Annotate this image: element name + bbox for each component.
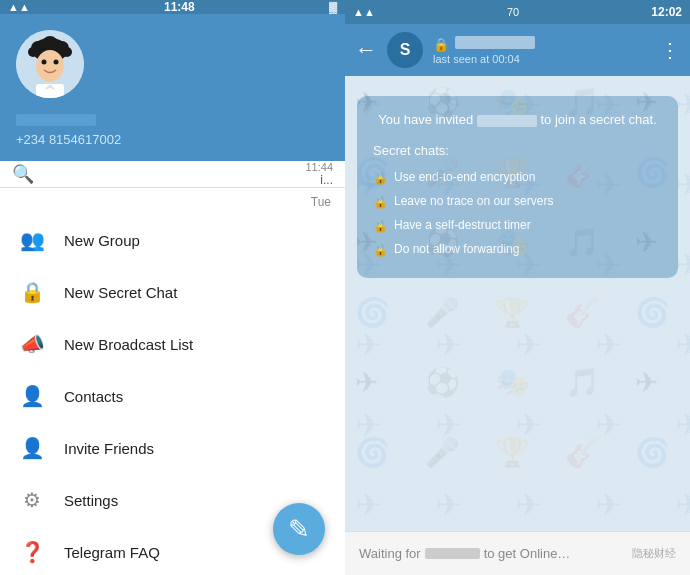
feature-lock-icon-3: 🔒	[373, 217, 388, 236]
waiting-bar: Waiting for to get Online… 隐秘财经	[345, 531, 690, 575]
status-bar-right: ▲▲ 70 12:02	[345, 0, 690, 24]
search-icon: 🔍	[12, 163, 34, 185]
invite-icon: 👤	[20, 436, 44, 460]
waiting-contact-name-blur	[425, 548, 480, 559]
chat-header-avatar: S	[387, 32, 423, 68]
broadcast-icon: 📣	[20, 332, 44, 356]
feature-lock-icon-2: 🔒	[373, 193, 388, 212]
chat-body[interactable]: ✈⚽🎭🎵✈ 🌀🎤🏆🎸🌀 ✈⚽🎭🎵✈ 🌀🎤🏆🎸🌀 ✈⚽🎭🎵✈ 🌀🎤🏆🎸🌀 You …	[345, 76, 690, 531]
menu-label-new-group: New Group	[64, 232, 140, 249]
avatar	[16, 30, 84, 98]
svg-point-8	[42, 60, 47, 65]
feature-label-3: Have a self-destruct timer	[394, 216, 531, 235]
faq-icon: ❓	[20, 540, 44, 564]
left-battery: ▓	[329, 1, 337, 13]
header-lock-icon: 🔒	[433, 37, 449, 52]
menu-label-invite-friends: Invite Friends	[64, 440, 154, 457]
invite-text-part2: to join a secret chat.	[540, 112, 656, 127]
menu-label-contacts: Contacts	[64, 388, 123, 405]
right-panel: ▲▲ 70 12:02 ← S 🔒 last seen at 00:04 ⋮ ✈…	[345, 0, 690, 575]
settings-icon: ⚙	[20, 488, 44, 512]
menu-label-new-broadcast: New Broadcast List	[64, 336, 193, 353]
left-signal: ▲▲	[8, 1, 30, 13]
svg-point-9	[54, 60, 59, 65]
profile-header: +234 8154617002	[0, 14, 345, 161]
menu-item-contacts[interactable]: 👤 Contacts	[0, 370, 345, 422]
invite-text-part1: You have invited	[378, 112, 473, 127]
menu-item-invite-friends[interactable]: 👤 Invite Friends	[0, 422, 345, 474]
group-icon: 👥	[20, 228, 44, 252]
feature-label-1: Use end-to-end encryption	[394, 168, 535, 187]
search-row[interactable]: 🔍 11:44 i...	[0, 161, 345, 188]
header-menu-button[interactable]: ⋮	[660, 38, 680, 62]
left-time: 11:48	[164, 0, 195, 14]
chat-header: ← S 🔒 last seen at 00:04 ⋮	[345, 24, 690, 76]
chat-time: 11:44	[305, 161, 333, 173]
waiting-text-2: to get Online…	[484, 546, 571, 561]
right-time: 12:02	[651, 5, 682, 19]
feature-lock-icon-1: 🔒	[373, 169, 388, 188]
invited-contact-name-blur	[477, 115, 537, 127]
chat-date-area: Tue	[0, 188, 345, 214]
chat-header-info: 🔒 last seen at 00:04	[433, 36, 650, 65]
left-panel: ▲▲ 11:48 ▓	[0, 0, 345, 575]
menu-label-faq: Telegram FAQ	[64, 544, 160, 561]
chat-header-name-blur	[455, 36, 535, 49]
secret-info-bubble: You have invited to join a secret chat. …	[357, 96, 678, 278]
chat-date-badge: Tue	[311, 195, 331, 209]
secret-feature-1: 🔒 Use end-to-end encryption	[373, 168, 662, 188]
secret-feature-3: 🔒 Have a self-destruct timer	[373, 216, 662, 236]
feature-lock-icon-4: 🔒	[373, 241, 388, 260]
menu-item-new-broadcast[interactable]: 📣 New Broadcast List	[0, 318, 345, 370]
secret-feature-2: 🔒 Leave no trace on our servers	[373, 192, 662, 212]
menu-label-settings: Settings	[64, 492, 118, 509]
chat-header-status: last seen at 00:04	[433, 53, 650, 65]
feature-label-4: Do not allow forwarding	[394, 240, 519, 259]
right-battery-pct: 70	[507, 6, 519, 18]
status-bar-left: ▲▲ 11:48 ▓	[0, 0, 345, 14]
menu-item-new-secret-chat[interactable]: 🔒 New Secret Chat	[0, 266, 345, 318]
profile-phone: +234 8154617002	[16, 132, 329, 147]
svg-point-6	[62, 47, 72, 57]
avatar-area	[16, 30, 329, 98]
contacts-icon: 👤	[20, 384, 44, 408]
secret-feature-4: 🔒 Do not allow forwarding	[373, 240, 662, 260]
lock-icon: 🔒	[20, 280, 44, 304]
invite-text: You have invited to join a secret chat.	[373, 110, 662, 131]
watermark-label: 隐秘财经	[632, 546, 676, 561]
waiting-text-1: Waiting for	[359, 546, 421, 561]
secret-chats-title: Secret chats:	[373, 141, 662, 162]
svg-point-5	[28, 47, 38, 57]
menu-label-new-secret-chat: New Secret Chat	[64, 284, 177, 301]
menu-item-new-group[interactable]: 👥 New Group	[0, 214, 345, 266]
right-signal: ▲▲	[353, 6, 375, 18]
fab-button[interactable]: ✎	[273, 503, 325, 555]
svg-point-4	[42, 36, 58, 52]
profile-info: +234 8154617002	[16, 114, 329, 147]
feature-label-2: Leave no trace on our servers	[394, 192, 553, 211]
profile-name-blur	[16, 114, 96, 126]
pencil-icon: ✎	[288, 514, 310, 545]
avatar-svg	[16, 30, 84, 98]
chat-preview: i...	[320, 173, 333, 187]
svg-point-7	[36, 50, 64, 82]
back-button[interactable]: ←	[355, 37, 377, 63]
